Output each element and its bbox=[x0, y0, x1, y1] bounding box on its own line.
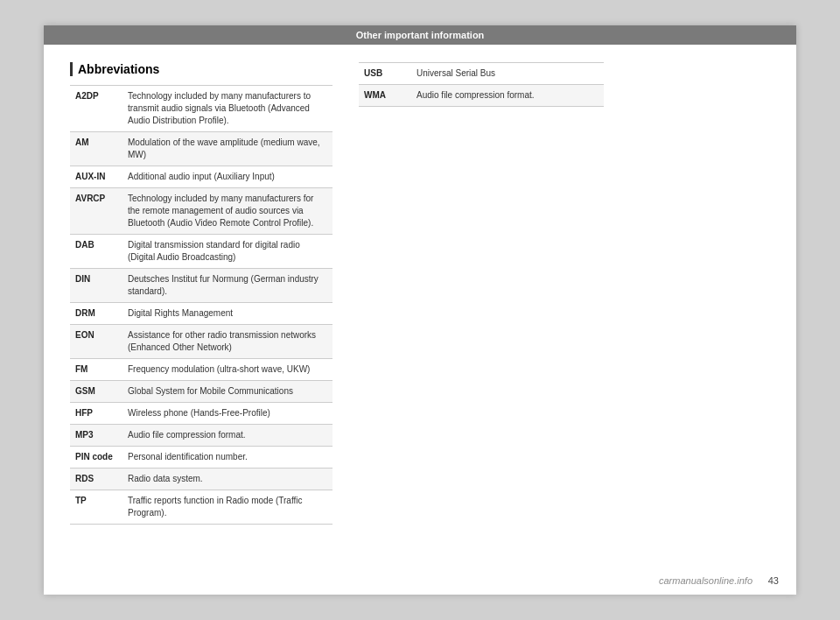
table-row: AVRCPTechnology included by many manufac… bbox=[70, 188, 332, 235]
abbr-cell: HFP bbox=[70, 403, 122, 425]
table-row: EONAssistance for other radio transmissi… bbox=[70, 325, 332, 359]
header-title: Other important information bbox=[356, 30, 485, 40]
abbr-cell: FM bbox=[70, 359, 122, 381]
abbr-cell: MP3 bbox=[70, 425, 122, 447]
desc-cell: Radio data system. bbox=[122, 469, 332, 490]
desc-cell: Frequency modulation (ultra-short wave, … bbox=[122, 359, 332, 381]
watermark: carmanualsonline.info bbox=[659, 575, 752, 586]
table-row: AMModulation of the wave amplitude (medi… bbox=[70, 132, 332, 166]
abbr-cell: A2DP bbox=[70, 86, 122, 132]
table-row: PIN codePersonal identification number. bbox=[70, 447, 332, 469]
table-row: DINDeutsches Institut fur Normung (Germa… bbox=[70, 269, 332, 303]
desc-cell: Technology included by many manufacturer… bbox=[122, 188, 332, 235]
abbr-cell: WMA bbox=[359, 85, 411, 107]
left-column: Abbreviations A2DPTechnology included by… bbox=[70, 62, 332, 525]
table-row: AUX-INAdditional audio input (Auxiliary … bbox=[70, 166, 332, 188]
desc-cell: Additional audio input (Auxiliary Input) bbox=[122, 166, 332, 188]
desc-cell: Digital Rights Management bbox=[122, 303, 332, 325]
table-row: USBUniversal Serial Bus bbox=[359, 63, 604, 85]
desc-cell: Modulation of the wave amplitude (medium… bbox=[122, 132, 332, 166]
table-row: MP3Audio file compression format. bbox=[70, 425, 332, 447]
table-row: TPTraffic reports function in Radio mode… bbox=[70, 490, 332, 525]
table-row: DABDigital transmission standard for dig… bbox=[70, 235, 332, 269]
abbr-cell: DIN bbox=[70, 269, 122, 303]
abbr-cell: USB bbox=[359, 63, 411, 85]
table-row: DRMDigital Rights Management bbox=[70, 303, 332, 325]
abbr-cell: EON bbox=[70, 325, 122, 359]
desc-cell: Technology included by many manufacturer… bbox=[122, 86, 332, 132]
table-row: HFPWireless phone (Hands-Free-Profile) bbox=[70, 403, 332, 425]
abbr-cell: AM bbox=[70, 132, 122, 166]
content-area: Abbreviations A2DPTechnology included by… bbox=[44, 45, 796, 542]
table-row: GSMGlobal System for Mobile Communicatio… bbox=[70, 381, 332, 403]
table-row: RDSRadio data system. bbox=[70, 469, 332, 490]
abbr-cell: AUX-IN bbox=[70, 166, 122, 188]
left-abbreviations-table: A2DPTechnology included by many manufact… bbox=[70, 85, 332, 525]
abbr-cell: PIN code bbox=[70, 447, 122, 469]
abbr-cell: RDS bbox=[70, 469, 122, 490]
desc-cell: Global System for Mobile Communications bbox=[122, 381, 332, 403]
abbr-cell: TP bbox=[70, 490, 122, 525]
table-row: FMFrequency modulation (ultra-short wave… bbox=[70, 359, 332, 381]
desc-cell: Audio file compression format. bbox=[122, 425, 332, 447]
desc-cell: Assistance for other radio transmission … bbox=[122, 325, 332, 359]
table-row: A2DPTechnology included by many manufact… bbox=[70, 86, 332, 132]
desc-cell: Wireless phone (Hands-Free-Profile) bbox=[122, 403, 332, 425]
desc-cell: Personal identification number. bbox=[122, 447, 332, 469]
desc-cell: Universal Serial Bus bbox=[411, 63, 604, 85]
section-title: Abbreviations bbox=[70, 62, 332, 76]
page-number: 43 bbox=[768, 575, 779, 586]
table-row: WMAAudio file compression format. bbox=[359, 85, 604, 107]
abbr-cell: GSM bbox=[70, 381, 122, 403]
abbr-cell: AVRCP bbox=[70, 188, 122, 235]
right-column: USBUniversal Serial BusWMAAudio file com… bbox=[359, 62, 604, 525]
desc-cell: Audio file compression format. bbox=[411, 85, 604, 107]
right-abbreviations-table: USBUniversal Serial BusWMAAudio file com… bbox=[359, 62, 604, 107]
desc-cell: Digital transmission standard for digita… bbox=[122, 235, 332, 269]
abbr-cell: DAB bbox=[70, 235, 122, 269]
desc-cell: Deutsches Institut fur Normung (German i… bbox=[122, 269, 332, 303]
header-bar: Other important information bbox=[44, 25, 796, 45]
abbr-cell: DRM bbox=[70, 303, 122, 325]
desc-cell: Traffic reports function in Radio mode (… bbox=[122, 490, 332, 525]
page: Other important information Abbreviation… bbox=[44, 25, 796, 595]
